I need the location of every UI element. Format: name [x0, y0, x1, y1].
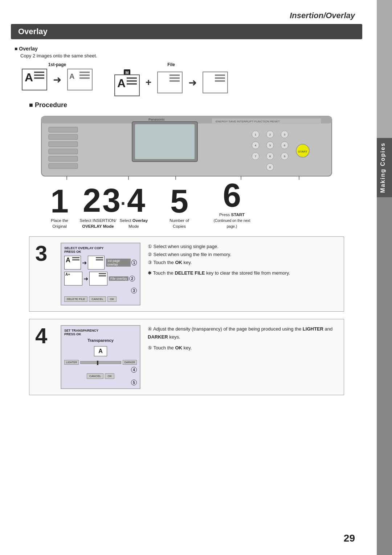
- step-2-3: 2 3 · 4 Select INSERTION/ OVERLAY Mode: [78, 186, 150, 229]
- step3-screen: SELECT OVERLAY COPY PRESS OK A ➜: [61, 243, 140, 305]
- doc-lines-2: [79, 72, 90, 79]
- main-content: Insertion/Overlay Overlay Overlay Copy 2…: [0, 0, 377, 555]
- svg-rect-21: [49, 163, 78, 169]
- mini-result-doc-1: [88, 256, 105, 270]
- svg-rect-3: [135, 124, 195, 159]
- step3-instructions: ① Select when using single page. ② Selec…: [148, 243, 338, 305]
- file-doc-lines: [127, 77, 137, 85]
- file-label: File: [167, 62, 175, 67]
- copier-svg: START Panasonic ENERGY SAVE INTERRUPT FU…: [38, 113, 335, 180]
- svg-rect-16: [49, 127, 78, 132]
- svg-rect-19: [49, 149, 78, 154]
- transparency-display: A: [64, 345, 137, 358]
- file-doc-wrapper: M A: [114, 74, 140, 96]
- content-area: Overlay Copy 2 images onto the same shee…: [0, 46, 377, 395]
- step-5-number: 5: [170, 187, 188, 216]
- step3-screen-title: SELECT OVERLAY COPY PRESS OK: [64, 246, 137, 254]
- sidebar-tab-label: Making Copies: [377, 138, 392, 197]
- circled-4: 4: [131, 367, 137, 373]
- step-1: 1 Place the Original: [41, 187, 78, 229]
- file-group: File M A +: [114, 62, 228, 96]
- step4-instr-2: ⑤ Touch the OK key.: [148, 344, 338, 352]
- svg-text:0: 0: [269, 166, 271, 169]
- svg-text:5: 5: [269, 144, 271, 147]
- step-5-desc: Number of Copies: [170, 218, 189, 229]
- step4-screen-title: SET TRANSPARENCY PRESS OK: [64, 329, 137, 336]
- steps-row: 1 Place the Original 2 3 · 4: [38, 181, 335, 229]
- transp-slider[interactable]: [80, 361, 121, 364]
- overlay-desc-text: Copy 2 images onto the same sheet.: [20, 53, 359, 58]
- result-doc-lines-2: [215, 74, 225, 82]
- plus-sign: +: [146, 77, 151, 88]
- mini-doc-letter: A: [66, 256, 70, 264]
- circled-5: 5: [131, 380, 137, 385]
- svg-text:3: 3: [284, 133, 286, 136]
- circled-2: 2: [129, 276, 135, 281]
- step3-instr-2: ② Select when using the file in memory.: [148, 251, 338, 259]
- doc-letter-a: A: [25, 71, 33, 84]
- stack-doc-lines: [170, 74, 180, 82]
- transp-doc-letter: A: [98, 348, 103, 355]
- svg-rect-17: [49, 134, 78, 139]
- step-4: 4: [127, 186, 145, 215]
- step4-instructions: ④ Adjust the density (transparency) of t…: [148, 325, 338, 389]
- file-doc-letter: A: [117, 77, 126, 90]
- svg-text:7: 7: [255, 155, 257, 158]
- step3-instr-3: ③ Touch the OK key.: [148, 259, 338, 267]
- section-title: Insertion/Overlay: [0, 0, 377, 24]
- page-number: 29: [344, 532, 355, 544]
- darker-btn[interactable]: DARKER: [123, 360, 137, 365]
- step-6-number: 6: [223, 181, 241, 210]
- ok-btn-3[interactable]: OK: [107, 296, 117, 302]
- step3-option2-row: A+ ➜ File overlay 2: [64, 272, 137, 285]
- arrow-1: ➜: [53, 74, 61, 86]
- svg-text:ENERGY SAVE  INTERRUPT  FUNCTI: ENERGY SAVE INTERRUPT FUNCTION RESET: [216, 120, 280, 123]
- result-doc-icon-1: A: [67, 69, 93, 90]
- step3-circled-3: 3: [64, 288, 137, 293]
- svg-text:1: 1: [255, 133, 257, 136]
- mini-doc-a2: A+: [64, 272, 82, 285]
- step-3: 3: [102, 186, 121, 215]
- lighter-btn[interactable]: LIGHTER: [64, 360, 79, 365]
- step-1-number: 1: [50, 187, 69, 216]
- mini-arrow-2: ➜: [83, 275, 88, 282]
- first-page-label: 1st-page: [48, 62, 66, 67]
- transp-slider-row: LIGHTER DARKER: [64, 360, 137, 365]
- delete-file-btn[interactable]: DELETE FILE: [64, 296, 87, 302]
- doc-letter-a2: A: [69, 72, 74, 81]
- step4-circled-4: 4: [64, 367, 137, 373]
- svg-rect-18: [49, 142, 78, 147]
- arrow-2: ➜: [188, 77, 197, 89]
- first-page-group: 1st-page A ➜ A: [22, 62, 93, 90]
- mini-result-lines-1: [96, 257, 103, 260]
- step-5: 5 Number of Copies: [158, 187, 201, 229]
- mini-result-lines-2: [99, 273, 106, 276]
- option2-label: File overlay: [109, 276, 128, 281]
- step-2-number: 2: [83, 186, 101, 215]
- svg-text:9: 9: [284, 155, 286, 158]
- step-6: 6 Press START (Continued on the next pag…: [208, 181, 256, 229]
- cancel-btn-4[interactable]: CANCEL: [87, 373, 103, 379]
- step-1-desc: Place the Original: [51, 218, 68, 229]
- svg-text:START: START: [298, 150, 307, 153]
- first-page-doc-icon: A: [22, 69, 47, 90]
- cancel-btn-3[interactable]: CANCEL: [89, 296, 106, 302]
- step4-instr-1: ④ Adjust the density (transparency) of t…: [148, 325, 338, 341]
- step3-info-box: 3 SELECT OVERLAY COPY PRESS OK A ➜: [29, 236, 344, 312]
- step4-circled-5: 5: [64, 380, 137, 385]
- svg-text:6: 6: [284, 144, 286, 147]
- file-doc-icon: A: [114, 74, 140, 96]
- step-3-desc: Select Overlay Mode: [119, 218, 148, 229]
- ok-btn-4[interactable]: OK: [105, 373, 114, 379]
- svg-text:4: 4: [255, 144, 257, 147]
- transp-doc-icon: A: [94, 346, 107, 356]
- step4-info-box: 4 SET TRANSPARENCY PRESS OK Transparency…: [29, 319, 344, 395]
- step-2-desc: Select INSERTION/ OVERLAY Mode: [80, 218, 117, 229]
- step3-instr-note: ✱ Touch the DELETE FILE key to clear the…: [148, 269, 338, 277]
- transparency-label: Transparency: [64, 338, 137, 343]
- mini-arrow-1: ➜: [82, 259, 87, 266]
- procedure-heading: Procedure: [29, 101, 359, 109]
- step3-box-number: 3: [35, 243, 53, 305]
- mini-doc-a: A: [64, 256, 81, 270]
- circled-3: 3: [131, 288, 137, 293]
